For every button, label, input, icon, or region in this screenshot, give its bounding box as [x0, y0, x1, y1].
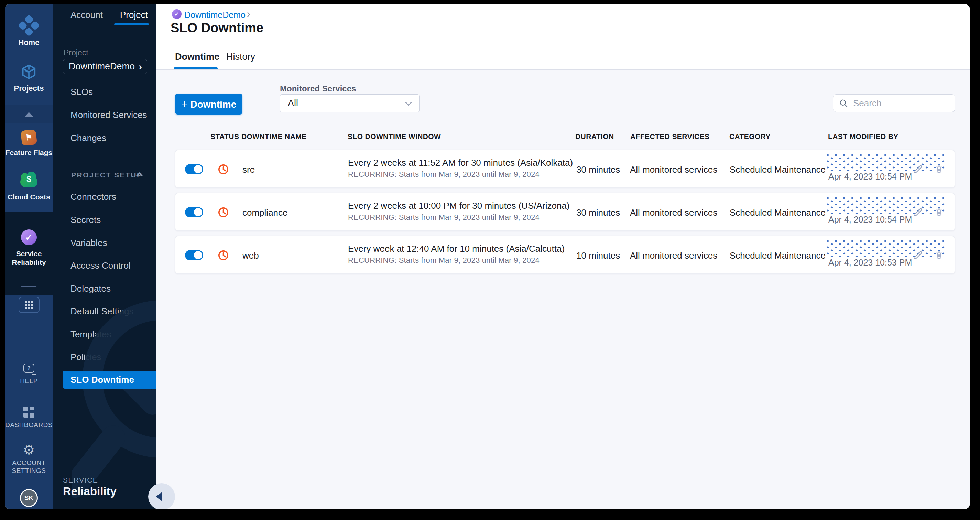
downtime-toggle[interactable]: [185, 164, 203, 174]
sidebar-item-delegates[interactable]: Delegates: [70, 283, 111, 294]
rail-item-label: Home: [5, 38, 53, 47]
monitored-services-select[interactable]: All: [280, 94, 420, 113]
tab-history[interactable]: History: [226, 52, 255, 62]
downtime-recurrence: RECURRING: Starts from Mar 9, 2023 until…: [348, 213, 539, 222]
sidebar-tab-project[interactable]: Project: [120, 10, 148, 20]
feature-flags-icon: ⚑: [21, 129, 37, 146]
sidebar-tab-account[interactable]: Account: [70, 10, 103, 20]
rail-collapse-band[interactable]: [5, 105, 53, 123]
monitored-services-filter-label: Monitored Services: [280, 84, 356, 94]
new-downtime-button[interactable]: +Downtime: [175, 94, 242, 114]
project-select-value: DowntimeDemo: [63, 61, 138, 72]
project-select[interactable]: DowntimeDemo ›: [63, 59, 147, 74]
edit-icon[interactable]: [913, 164, 923, 174]
sidebar-item-changes[interactable]: Changes: [70, 132, 106, 144]
module-rail: Home Projects ⚑ Feature Flags $ Cloud Co…: [5, 4, 53, 509]
downtime-category: Scheduled Maintenance: [730, 164, 826, 175]
project-module-icon: ✓: [172, 9, 181, 19]
table-row[interactable]: compliance Every 2 weeks at 10:00 PM for…: [175, 193, 955, 231]
downtime-toggle[interactable]: [185, 250, 203, 260]
downtime-duration: 30 minutes: [576, 207, 620, 218]
active-tab-underline: [114, 23, 149, 25]
redacted-user-name: [827, 240, 946, 257]
search-input[interactable]: [853, 98, 946, 109]
table-row[interactable]: sre Every 2 weeks at 11:52 AM for 30 min…: [175, 150, 955, 188]
table-row[interactable]: web Every week at 12:40 AM for 10 minute…: [175, 236, 955, 274]
rail-item-feature-flags[interactable]: ⚑ Feature Flags: [5, 130, 53, 157]
downtime-name: compliance: [242, 207, 288, 218]
downtime-window: Every 2 weeks at 10:00 PM for 30 minutes…: [348, 200, 570, 211]
rail-item-dashboards[interactable]: DASHBOARDS: [5, 407, 53, 429]
edit-icon[interactable]: [913, 250, 923, 260]
delete-icon[interactable]: [934, 207, 944, 217]
sidebar-item-slos[interactable]: SLOs: [70, 86, 93, 98]
main-area: ✓ DowntimeDemo › SLO Downtime Downtime H…: [156, 4, 970, 509]
breadcrumb[interactable]: DowntimeDemo: [184, 10, 245, 20]
downtime-content: +Downtime Monitored Services All STATUS …: [156, 70, 970, 509]
rail-item-label: HELP: [5, 377, 53, 385]
sidebar-collapse-button[interactable]: [148, 483, 175, 509]
project-sidebar: Account Project Project DowntimeDemo › S…: [53, 4, 156, 509]
sidebar-item-secrets[interactable]: Secrets: [70, 214, 101, 226]
downtime-window: Every 2 weeks at 11:52 AM for 30 minutes…: [348, 157, 573, 168]
sidebar-section-project-setup[interactable]: PROJECT SETUP: [71, 171, 143, 179]
user-avatar[interactable]: SK: [20, 489, 38, 507]
rail-item-account-settings[interactable]: ⚙ ACCOUNT SETTINGS: [5, 443, 53, 475]
cloud-costs-icon: $: [20, 177, 38, 188]
downtime-name: sre: [242, 164, 255, 175]
last-modified-timestamp: Apr 4, 2023 10:54 PM: [828, 172, 912, 181]
page-tabbar: Downtime History: [156, 42, 970, 70]
rail-item-label: Service Reliability: [11, 249, 47, 267]
search-icon: [839, 99, 848, 108]
page-title: SLO Downtime: [170, 21, 263, 35]
delete-icon[interactable]: [934, 164, 944, 174]
column-header: DOWNTIME NAME: [242, 132, 307, 141]
sidebar-item-monitored-services[interactable]: Monitored Services: [70, 109, 147, 121]
tab-downtime[interactable]: Downtime: [175, 52, 220, 62]
redacted-user-name: [827, 154, 946, 171]
service-reliability-icon: ✓: [21, 229, 37, 245]
toolbar-divider: [265, 91, 265, 119]
chevron-down-icon: [405, 99, 412, 106]
rail-item-help[interactable]: ? HELP: [5, 364, 53, 385]
sidebar-item-connectors[interactable]: Connectors: [70, 191, 116, 203]
edit-icon[interactable]: [913, 207, 923, 217]
affected-services: All monitored services: [630, 207, 717, 218]
sidebar-item-access-control[interactable]: Access Control: [70, 260, 130, 271]
column-header: DURATION: [575, 132, 614, 141]
column-header: CATEGORY: [729, 132, 771, 141]
breadcrumb-chevron-icon: ›: [247, 8, 250, 20]
recurring-clock-icon: [218, 164, 229, 175]
downtime-recurrence: RECURRING: Starts from Mar 9, 2023 until…: [348, 170, 539, 179]
downtime-name: web: [242, 250, 259, 261]
rail-item-service-reliability[interactable]: ✓ Service Reliability: [5, 229, 53, 267]
reliability-watermark: [72, 300, 156, 506]
downtime-duration: 30 minutes: [576, 164, 620, 175]
downtime-category: Scheduled Maintenance: [730, 207, 826, 218]
downtime-recurrence: RECURRING: Starts from Mar 9, 2023 until…: [348, 256, 539, 265]
sidebar-item-variables[interactable]: Variables: [70, 237, 107, 249]
home-icon: [18, 14, 40, 37]
rail-item-home[interactable]: Home: [5, 17, 53, 47]
downtime-window: Every week at 12:40 AM for 10 minutes (A…: [348, 243, 565, 254]
delete-icon[interactable]: [934, 250, 944, 260]
chevron-left-icon: [156, 492, 162, 501]
last-modified-timestamp: Apr 4, 2023 10:53 PM: [828, 258, 912, 267]
search-box: [833, 94, 955, 112]
active-tab-underline: [173, 67, 218, 70]
column-header: AFFECTED SERVICES: [630, 132, 710, 141]
last-modified-timestamp: Apr 4, 2023 10:54 PM: [828, 215, 912, 224]
downtime-toggle[interactable]: [185, 207, 203, 217]
help-chat-icon: ?: [23, 364, 34, 373]
rail-item-cloud-costs[interactable]: $ Cloud Costs: [5, 173, 53, 201]
rail-item-label: Cloud Costs: [5, 193, 53, 201]
monitored-services-select-value: All: [280, 98, 406, 109]
sidebar-item-slo-downtime[interactable]: SLO Downtime: [63, 371, 156, 389]
rail-item-projects[interactable]: Projects: [5, 63, 53, 93]
redacted-user-name: [827, 197, 946, 214]
module-picker-button[interactable]: [19, 297, 40, 313]
page-header: ✓ DowntimeDemo › SLO Downtime: [156, 4, 970, 42]
project-select-label: Project: [64, 48, 88, 57]
affected-services: All monitored services: [630, 164, 717, 175]
sidebar-divider: [71, 155, 143, 156]
